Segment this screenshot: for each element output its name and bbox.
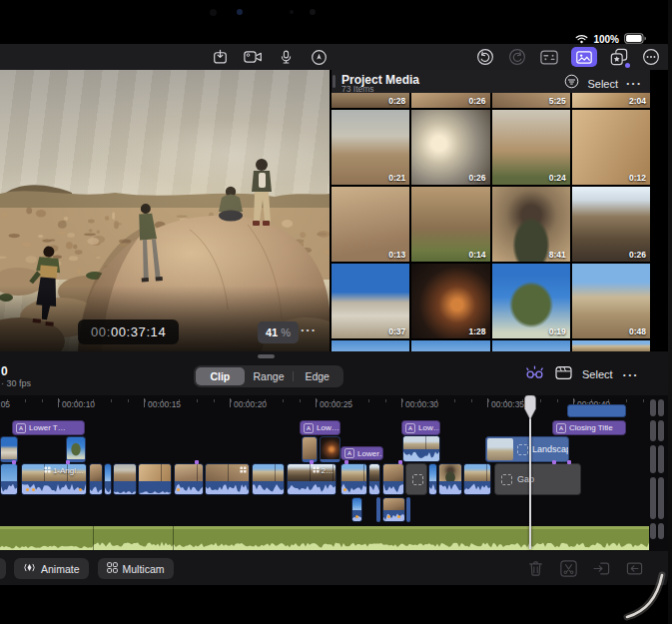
blade-icon[interactable] <box>558 558 578 578</box>
filter-icon[interactable] <box>564 74 579 93</box>
scrollbar-segment[interactable] <box>658 420 664 441</box>
timeline-more-button[interactable]: ··· <box>623 367 639 382</box>
connected-clip-thumbnail[interactable] <box>302 436 318 462</box>
draw-icon[interactable] <box>309 47 329 67</box>
connected-clip-bar[interactable] <box>567 404 626 417</box>
title-clip[interactable]: ALow… <box>300 420 340 435</box>
connected-audio-sliver[interactable] <box>406 497 410 522</box>
spine-clip[interactable] <box>252 463 285 495</box>
record-icon[interactable] <box>243 47 263 67</box>
title-clip[interactable]: ALow… <box>401 420 440 435</box>
multicam-button[interactable]: Multicam <box>98 558 174 579</box>
scrollbar-segment[interactable] <box>650 523 656 539</box>
spine-clip[interactable] <box>438 463 462 495</box>
media-clip-thumbnail[interactable]: 8:41 <box>492 187 570 262</box>
clapperboard-icon[interactable] <box>555 365 572 384</box>
animate-button[interactable]: Animate <box>14 558 89 579</box>
media-clip-thumbnail[interactable]: 0:48 <box>572 264 650 338</box>
media-clip-thumbnail[interactable]: 0:37 <box>332 264 409 338</box>
playhead-handle[interactable] <box>522 395 538 421</box>
scrollbar-segment[interactable] <box>650 477 656 519</box>
media-more-button[interactable]: ··· <box>626 76 642 91</box>
media-clip-thumbnail[interactable]: 0:24 <box>492 110 570 185</box>
media-grid-row: 0:280:265:252:04 <box>332 93 650 108</box>
cropped-button-fragment[interactable] <box>0 558 6 579</box>
spine-clip[interactable] <box>113 463 137 495</box>
media-clip-thumbnail[interactable]: 0:26 <box>411 93 489 108</box>
scrollbar-segment[interactable] <box>650 399 656 416</box>
connected-below-clip[interactable] <box>382 497 405 522</box>
spine-clip[interactable] <box>428 463 437 495</box>
spine-clip[interactable] <box>104 463 112 495</box>
media-clip-thumbnail[interactable]: 2:04 <box>572 93 650 108</box>
scrollbar-segment[interactable] <box>658 445 664 473</box>
zoom-level-button[interactable]: 41 % <box>258 321 299 343</box>
scrollbar-segment[interactable] <box>658 523 664 539</box>
spine-clip[interactable]: 2… <box>287 463 336 495</box>
media-clip-thumbnail[interactable] <box>572 340 650 351</box>
connected-clip-thumbnail[interactable] <box>320 436 340 462</box>
music-track-clip[interactable] <box>0 526 649 550</box>
viewer-more-button[interactable]: ··· <box>301 322 317 337</box>
spine-clip[interactable] <box>138 463 172 495</box>
scrollbar-segment[interactable] <box>650 420 656 441</box>
inspector-icon[interactable] <box>539 47 559 67</box>
timecode-display[interactable]: 00:00:37:14 <box>78 319 179 344</box>
media-clip-thumbnail[interactable]: 1:28 <box>411 264 489 338</box>
more-icon[interactable] <box>641 47 661 67</box>
redo-icon[interactable] <box>507 47 527 67</box>
media-clip-thumbnail[interactable]: 0:19 <box>492 264 570 338</box>
media-clip-thumbnail[interactable]: 0:12 <box>572 110 650 185</box>
undo-icon[interactable] <box>475 47 495 67</box>
spine-clip[interactable] <box>340 463 367 495</box>
mode-clip[interactable]: Clip <box>196 367 245 385</box>
spine-clip[interactable] <box>382 463 404 495</box>
connected-audio-sliver[interactable] <box>376 497 380 522</box>
panel-drag-handle[interactable] <box>333 75 336 88</box>
media-clip-thumbnail[interactable] <box>492 340 570 351</box>
title-clip[interactable]: ALower T… <box>12 420 85 435</box>
media-clip-thumbnail[interactable]: 5:25 <box>492 93 570 108</box>
gap-clip[interactable]: Gap <box>494 463 581 495</box>
media-clip-thumbnail[interactable] <box>332 340 409 351</box>
spine-clip[interactable] <box>0 463 18 495</box>
media-clip-thumbnail[interactable]: 0:14 <box>411 187 489 262</box>
spine-clip[interactable] <box>368 463 380 495</box>
media-clip-thumbnail[interactable]: 0:26 <box>572 187 650 262</box>
mic-icon[interactable] <box>276 47 296 67</box>
spine-clip[interactable] <box>174 463 204 495</box>
media-clip-thumbnail[interactable]: 0:13 <box>332 187 409 262</box>
scrollbar-segment[interactable] <box>658 399 664 416</box>
title-clip[interactable]: AClosing Title <box>552 420 626 435</box>
media-clip-thumbnail[interactable]: 0:21 <box>332 110 409 185</box>
timeline[interactable]: 00:00:0500:00:1000:00:1500:00:2000:00:25… <box>0 395 668 551</box>
media-select-button[interactable]: Select <box>587 78 618 90</box>
import-icon[interactable] <box>210 47 230 67</box>
timeline-resize-handle[interactable] <box>258 354 275 358</box>
spine-clip[interactable] <box>89 463 103 495</box>
mode-edge[interactable]: Edge <box>293 367 341 385</box>
magic-tools-icon[interactable] <box>524 364 545 384</box>
media-clip-thumbnail[interactable]: 0:26 <box>411 110 489 185</box>
connected-below-clip[interactable] <box>351 497 362 522</box>
media-clip-thumbnail[interactable] <box>411 340 489 351</box>
spine-clip[interactable] <box>463 463 491 495</box>
connected-video-clip[interactable]: Landscap… <box>485 436 569 462</box>
connected-clip-thumbnail[interactable] <box>66 436 86 462</box>
scrollbar-segment[interactable] <box>658 477 664 519</box>
timeline-select-button[interactable]: Select <box>582 368 613 380</box>
effects-icon[interactable] <box>609 47 629 67</box>
media-browser-icon[interactable] <box>571 47 597 67</box>
trash-icon[interactable] <box>525 558 545 578</box>
viewer[interactable]: 00:00:37:14 41 % ··· <box>0 70 330 351</box>
spine-clip[interactable] <box>205 463 250 495</box>
playhead-line[interactable] <box>529 409 531 549</box>
spine-clip[interactable]: 1-Angl… <box>21 463 87 495</box>
title-clip[interactable]: ALower… <box>340 446 383 460</box>
connected-av-clip[interactable] <box>402 435 440 462</box>
connected-clip-thumbnail[interactable] <box>0 436 18 462</box>
gap-clip[interactable]: Gap <box>405 463 427 495</box>
scrollbar-segment[interactable] <box>650 445 656 473</box>
mode-range[interactable]: Range <box>245 367 294 385</box>
media-clip-thumbnail[interactable]: 0:28 <box>332 93 409 108</box>
